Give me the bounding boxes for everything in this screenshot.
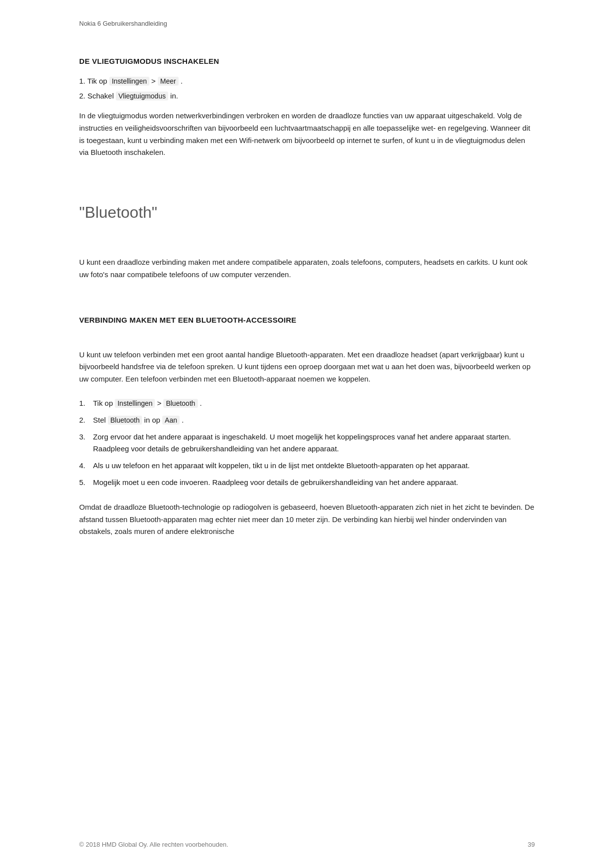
list-content: Tik op Instellingen > Bluetooth . xyxy=(93,397,535,409)
step-text: Stel xyxy=(93,416,108,424)
list-num: 1. xyxy=(79,397,93,409)
step1-code1: Instellingen xyxy=(109,77,149,86)
section2-title: VERBINDING MAKEN MET EEN BLUETOOTH-ACCES… xyxy=(79,316,535,324)
section1-body: In de vliegtuigmodus worden netwerkverbi… xyxy=(79,110,535,159)
list-num: 2. xyxy=(79,414,93,426)
footer-copyright: © 2018 HMD Global Oy. Alle rechten voorb… xyxy=(79,841,228,848)
step-2: 2. Schakel Vliegtuigmodus in. xyxy=(79,90,535,102)
list-item: 2. Stel Bluetooth in op Aan . xyxy=(79,414,535,426)
section-bluetooth-accessoire: VERBINDING MAKEN MET EEN BLUETOOTH-ACCES… xyxy=(79,301,535,538)
section2-steps: 1. Tik op Instellingen > Bluetooth . 2. … xyxy=(79,397,535,488)
footer-page-number: 39 xyxy=(528,841,535,848)
section-vliegtuigmodus: DE VLIEGTUIGMODUS INSCHAKELEN 1. Tik op … xyxy=(79,57,535,159)
list-num: 4. xyxy=(79,460,93,472)
section2-body1: U kunt uw telefoon verbinden met een gro… xyxy=(79,349,535,386)
page: Nokia 6 Gebruikershandleiding DE VLIEGTU… xyxy=(0,0,614,868)
chapter-intro: U kunt een draadloze verbinding maken me… xyxy=(79,256,535,281)
header-text: Nokia 6 Gebruikershandleiding xyxy=(79,20,167,27)
chapter-title: "Bluetooth" xyxy=(79,203,535,222)
step-1: 1. Tik op Instellingen > Meer . xyxy=(79,75,535,87)
step2-code1: Vliegtuigmodus xyxy=(116,92,168,100)
list-item: 5. Mogelijk moet u een code invoeren. Ra… xyxy=(79,477,535,488)
step1-code2: Meer xyxy=(158,77,179,86)
step1-sep: > xyxy=(149,77,158,85)
section1-steps: 1. Tik op Instellingen > Meer . 2. Schak… xyxy=(79,75,535,102)
list-num: 5. xyxy=(79,477,93,488)
section1-title: DE VLIEGTUIGMODUS INSCHAKELEN xyxy=(79,57,535,65)
step-code2: Bluetooth xyxy=(163,399,197,408)
step2-end: in. xyxy=(168,92,178,100)
step-code2: Aan xyxy=(162,416,180,425)
chapter-intro-body: U kunt een draadloze verbinding maken me… xyxy=(79,256,535,281)
step-end: . xyxy=(198,399,202,407)
page-footer: © 2018 HMD Global Oy. Alle rechten voorb… xyxy=(79,841,535,848)
list-content: Zorg ervoor dat het andere apparaat is i… xyxy=(93,431,535,455)
step-mid: in op xyxy=(142,416,162,424)
list-content: Als u uw telefoon en het apparaat wilt k… xyxy=(93,460,535,472)
step1-end: . xyxy=(179,77,183,85)
list-item: 3. Zorg ervoor dat het andere apparaat i… xyxy=(79,431,535,455)
step-sep: > xyxy=(155,399,163,407)
page-header: Nokia 6 Gebruikershandleiding xyxy=(79,20,535,27)
step-code1: Bluetooth xyxy=(108,416,142,425)
step-end: . xyxy=(180,416,184,424)
step-code1: Instellingen xyxy=(115,399,155,408)
list-item: 1. Tik op Instellingen > Bluetooth . xyxy=(79,397,535,409)
section2-body2: Omdat de draadloze Bluetooth-technologie… xyxy=(79,501,535,538)
list-num: 3. xyxy=(79,431,93,443)
step-text-before: Tik op xyxy=(93,399,115,407)
step2-num: 2. Schakel xyxy=(79,92,116,100)
step1-num: 1. Tik op xyxy=(79,77,109,85)
list-item: 4. Als u uw telefoon en het apparaat wil… xyxy=(79,460,535,472)
list-content: Mogelijk moet u een code invoeren. Raadp… xyxy=(93,477,535,488)
list-content: Stel Bluetooth in op Aan . xyxy=(93,414,535,426)
